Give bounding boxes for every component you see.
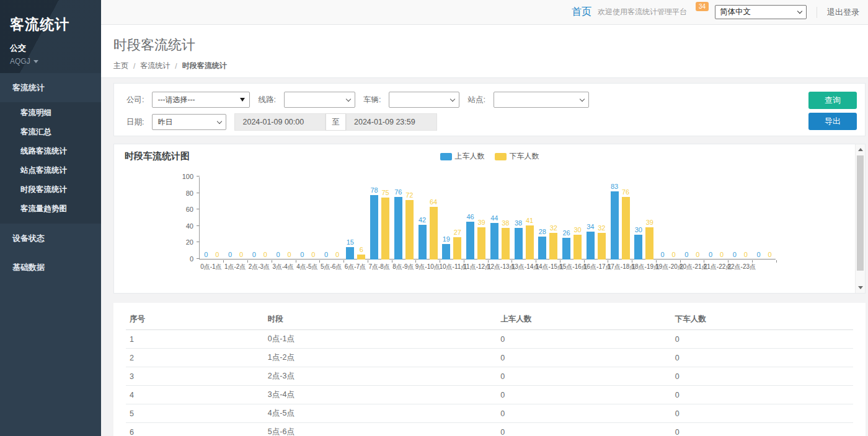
bar-group: 00 [248,177,272,259]
line-select[interactable] [284,92,355,108]
x-axis-tick-label: 5点-6点 [319,263,343,271]
table-row: 10点-1点00 [126,330,853,349]
bar-group: 7875 [368,177,392,259]
bar-value-label: 64 [430,198,437,206]
table-cell: 4点-5点 [264,404,497,423]
date-from-input[interactable]: 2024-01-09 00:00 [234,113,326,131]
bar [357,255,365,259]
bar-value-label: 28 [539,228,546,235]
bar-value-label: 27 [454,229,461,236]
x-axis-tick-label: 2点-3点 [247,263,272,271]
table-cell: 0 [671,367,853,386]
bar-wrap: 76 [394,177,402,259]
x-axis-tick-label: 16点-17点 [583,263,608,271]
bar-wrap: 0 [707,177,715,259]
bar-value-label: 0 [252,251,256,258]
bar-wrap: 19 [442,177,450,259]
table-cell: 0 [671,423,853,436]
scrollbar-thumb[interactable] [857,155,864,271]
bar-wrap: 72 [405,177,414,259]
scrollbar-down-button[interactable] [856,283,865,292]
table-header-index: 序号 [126,309,264,330]
sidebar-submenu: 客流明细客流汇总线路客流统计站点客流统计时段客流统计客流量趋势图 [0,102,101,224]
sidebar-subitem-4-active[interactable]: 时段客流统计 [0,180,101,199]
x-axis-tick-label: 1点-2点 [223,263,247,271]
legend-item[interactable]: 上车人数 [440,151,485,162]
date-preset-select[interactable]: 昨日 [152,114,226,130]
table-cell: 3点-4点 [264,386,497,404]
table-header-boarding: 上车人数 [497,309,671,330]
table-cell: 0 [497,367,671,386]
bar-value-label: 38 [502,219,509,227]
sidebar-subitem-2[interactable]: 线路客流统计 [0,142,101,161]
x-axis-tick-label: 11点-12点 [463,263,487,271]
breadcrumb-home[interactable]: 主页 [113,61,128,71]
x-axis-tick-label: 21点-22点 [704,263,728,271]
bar-group: 2630 [560,177,584,259]
legend-item[interactable]: 下车人数 [495,151,539,162]
scrollbar-up-button[interactable] [856,145,865,154]
page-title: 时段客流统计 [113,36,868,54]
bar [562,238,570,259]
bar-wrap: 0 [285,177,293,259]
export-button[interactable]: 导出 [808,113,857,130]
bar-wrap: 0 [334,177,342,259]
breadcrumb-separator: / [175,62,177,71]
table-row: 65点-6点00 [126,423,853,436]
bar-wrap: 0 [309,177,317,259]
station-select[interactable] [494,92,589,108]
sidebar-subitem-5[interactable]: 客流量趋势图 [0,199,101,219]
date-to-input[interactable]: 2024-01-09 23:59 [346,113,437,131]
x-axis-tick-label: 17点-18点 [608,263,632,271]
chevron-down-icon [580,96,585,101]
query-button[interactable]: 查询 [808,92,857,109]
bar-value-label: 0 [696,251,699,258]
table-cell: 6 [126,423,264,436]
bar [405,200,414,259]
bar-group: 00 [728,177,753,259]
bar-wrap: 0 [250,177,258,259]
logout-link[interactable]: 退出登录 [817,7,859,18]
x-axis-tick-label: 4点-5点 [295,263,319,271]
vehicle-select[interactable] [389,92,459,108]
bar-wrap: 0 [237,177,246,259]
language-select-value: 简体中文 [720,7,751,17]
bar-value-label: 0 [335,251,339,258]
company-select[interactable]: ---请选择--- [152,92,250,108]
sidebar-subitem-1[interactable]: 客流汇总 [0,123,101,142]
bar-value-label: 0 [300,251,304,258]
sidebar-subitem-3[interactable]: 站点客流统计 [0,161,101,180]
sidebar-item-device-status[interactable]: 设备状态 [0,224,101,253]
breadcrumb-section[interactable]: 客流统计 [140,61,170,71]
x-axis-tick-label: 3点-4点 [271,263,295,271]
sidebar-item-passenger-flow[interactable]: 客流统计 [0,73,101,102]
bar-value-label: 6 [360,246,363,253]
date-preset-value: 昨日 [157,117,172,128]
filter-row-2: 日期: 昨日 2024-01-09 00:00 至 2024-01-09 23:… [126,113,778,131]
date-label: 日期: [126,117,144,128]
language-select[interactable]: 简体中文 [715,5,807,19]
org-code-dropdown[interactable]: AQGJ [10,57,91,66]
y-axis-tick-label: 20 [175,238,193,246]
bar-wrap: 64 [430,177,438,259]
bar [502,228,510,259]
home-link[interactable]: 首页 [572,6,591,19]
bar-group: 8376 [608,177,632,259]
x-axis-tick-label: 22点-23点 [728,263,752,271]
bar-wrap: 0 [298,177,306,259]
bar-wrap: 76 [622,177,630,259]
table-row: 32点-3点00 [126,367,853,386]
bar-group: 4639 [464,177,488,259]
bar-value-label: 0 [733,251,737,258]
chart-scrollbar[interactable] [855,144,865,293]
bar-value-label: 0 [720,251,724,258]
bar-wrap: 0 [226,177,234,259]
bar-wrap: 0 [261,177,269,259]
line-label: 线路: [258,95,275,105]
bar-value-label: 75 [382,189,389,196]
sidebar-subitem-0[interactable]: 客流明细 [0,103,101,123]
bar-wrap: 15 [346,177,354,259]
bar-value-label: 0 [684,251,688,258]
sidebar-item-base-data[interactable]: 基础数据 [0,253,101,282]
table-cell: 0 [497,349,671,367]
